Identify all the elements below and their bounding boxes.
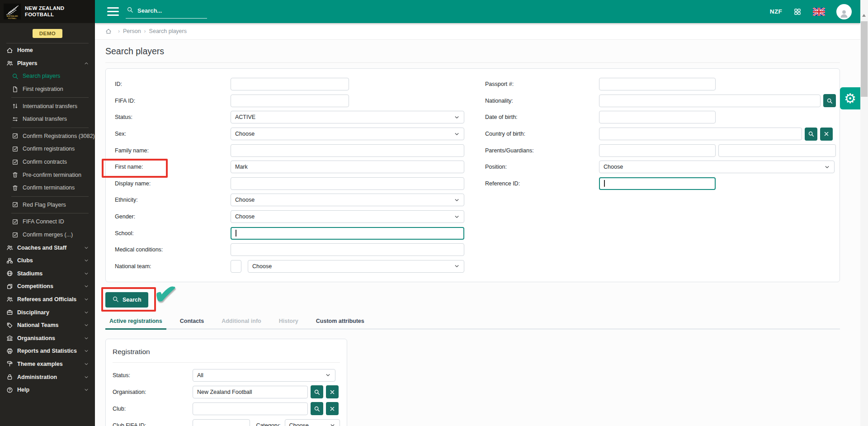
sex-select[interactable]: Choose bbox=[231, 128, 464, 140]
sidebar-item-red-flag-players[interactable]: Red Flag Players bbox=[0, 199, 95, 212]
reg-category-select[interactable]: Choose bbox=[285, 419, 340, 426]
chevron-down-icon bbox=[454, 263, 460, 269]
first-name-label: First name: bbox=[115, 164, 231, 170]
school-label: School: bbox=[115, 230, 231, 237]
sidebar-item-coaches-and-staff[interactable]: Coaches and Staff bbox=[0, 241, 95, 254]
country-of-birth-clear-button[interactable] bbox=[820, 128, 833, 141]
chevron-down-icon bbox=[454, 214, 460, 220]
reg-status-select[interactable]: All bbox=[193, 369, 335, 382]
text-caret bbox=[236, 230, 236, 237]
tab-active-registrations[interactable]: Active registrations bbox=[105, 315, 166, 330]
search-button[interactable]: Search bbox=[105, 292, 148, 308]
search-icon bbox=[12, 73, 19, 80]
sidebar-item-help[interactable]: Help bbox=[0, 383, 95, 397]
parents-guardians-input-1[interactable] bbox=[599, 144, 716, 157]
home-icon[interactable] bbox=[105, 28, 112, 34]
sidebar-item-organisations[interactable]: Organisations bbox=[0, 331, 95, 345]
nationality-input[interactable] bbox=[599, 95, 821, 107]
sidebar-item-stadiums[interactable]: Stadiums bbox=[0, 267, 95, 280]
user-avatar[interactable] bbox=[836, 4, 852, 19]
tab-history[interactable]: History bbox=[275, 315, 302, 330]
sidebar-group-divider bbox=[11, 196, 89, 197]
settings-gear-icon[interactable]: ⚙ bbox=[840, 87, 860, 109]
sidebar-item-players[interactable]: Players bbox=[0, 57, 95, 70]
fifa-id-input[interactable] bbox=[231, 95, 349, 107]
hamburger-menu-icon[interactable] bbox=[107, 7, 119, 16]
parents-guardians-input-2[interactable] bbox=[718, 144, 836, 157]
id-input[interactable] bbox=[231, 78, 349, 90]
sidebar-item-international-transfers[interactable]: International transfers bbox=[0, 99, 95, 113]
sidebar-item-theme-examples[interactable]: Theme examples bbox=[0, 358, 95, 371]
form-row-ethnicity: Ethnicity:Choose bbox=[115, 192, 475, 208]
ethnicity-select[interactable]: Choose bbox=[231, 194, 464, 206]
reg-organisation-clear-button[interactable] bbox=[326, 385, 339, 398]
sidebar-item-fifa-connect-id[interactable]: FIFA Connect ID bbox=[0, 215, 95, 228]
reference-id-label: Reference ID: bbox=[485, 180, 599, 187]
tab-contacts[interactable]: Contacts bbox=[176, 315, 208, 330]
gender-value: Choose bbox=[235, 213, 255, 220]
reg-club-input[interactable] bbox=[193, 402, 308, 415]
breadcrumb-item-person[interactable]: Person bbox=[123, 28, 141, 34]
country-of-birth-search-button[interactable] bbox=[805, 128, 817, 141]
sidebar-item-clubs[interactable]: Clubs bbox=[0, 254, 95, 267]
passport-input[interactable] bbox=[599, 78, 716, 90]
medical-conditions-input[interactable] bbox=[231, 243, 464, 256]
sidebar-item-confirm-registrations-3082[interactable]: Confirm Registrations (3082) bbox=[0, 130, 95, 143]
check-square-icon bbox=[12, 133, 19, 139]
sidebar-item-label: Confirm contracts bbox=[23, 159, 67, 165]
national-team-select[interactable]: Choose bbox=[248, 260, 464, 273]
family-name-input[interactable] bbox=[231, 144, 464, 157]
national-team-checkbox[interactable] bbox=[231, 260, 241, 273]
breadcrumb-item-search-players[interactable]: Search players bbox=[149, 28, 187, 34]
display-name-input[interactable] bbox=[231, 177, 464, 190]
reg-club-clear-button[interactable] bbox=[326, 402, 339, 415]
reg-organisation-search-button[interactable] bbox=[311, 385, 323, 398]
sidebar-item-national-teams[interactable]: National Teams bbox=[0, 319, 95, 332]
sidebar-item-confirm-merges[interactable]: Confirm merges (...) bbox=[0, 228, 95, 241]
country-of-birth-input[interactable] bbox=[599, 128, 802, 140]
global-search-input[interactable]: Search... bbox=[126, 5, 207, 19]
vertical-scrollbar[interactable] bbox=[860, 0, 868, 426]
sidebar-item-reports-and-statistics[interactable]: Reports and Statistics bbox=[0, 345, 95, 358]
chevron-down-icon bbox=[84, 387, 89, 393]
position-select[interactable]: Choose bbox=[599, 161, 835, 173]
sidebar-group-divider bbox=[11, 213, 89, 213]
reference-id-input[interactable] bbox=[599, 177, 716, 190]
form-row-id: ID: bbox=[115, 76, 475, 93]
sidebar-item-referees-and-officials[interactable]: Referees and Officials bbox=[0, 293, 95, 306]
sidebar-item-search-players[interactable]: Search players bbox=[0, 70, 95, 83]
sidebar-item-competitions[interactable]: Competitions bbox=[0, 280, 95, 293]
sidebar-item-national-transfers[interactable]: National transfers bbox=[0, 113, 95, 126]
chevron-down-icon bbox=[84, 322, 89, 328]
date-of-birth-input[interactable] bbox=[599, 111, 716, 123]
school-input[interactable] bbox=[231, 227, 464, 240]
help-icon bbox=[6, 387, 13, 393]
sidebar-item-pre-confirm-termination[interactable]: Pre-confirm termination bbox=[0, 168, 95, 181]
org-code-label[interactable]: NZF bbox=[770, 8, 782, 15]
home-icon bbox=[105, 28, 112, 34]
first-name-value: Mark bbox=[235, 164, 248, 170]
reg-club-search-button[interactable] bbox=[311, 402, 323, 415]
sidebar-item-confirm-contracts[interactable]: Confirm contracts bbox=[0, 156, 95, 169]
sidebar-item-home[interactable]: Home bbox=[0, 44, 95, 57]
apps-grid-icon[interactable] bbox=[793, 8, 802, 16]
sidebar-item-disciplinary[interactable]: Disciplinary bbox=[0, 306, 95, 319]
first-name-input[interactable]: Mark bbox=[231, 161, 464, 173]
sidebar-item-confirm-registrations[interactable]: Confirm registrations bbox=[0, 142, 95, 156]
sidebar-item-administration[interactable]: Administration bbox=[0, 370, 95, 383]
scrollbar-up-arrow-icon[interactable] bbox=[862, 14, 866, 17]
tabs-bar: Active registrationsContactsAdditional i… bbox=[105, 315, 840, 330]
tab-additional-info[interactable]: Additional info bbox=[217, 315, 265, 330]
reg-organisation-input[interactable]: New Zealand Football bbox=[193, 386, 308, 398]
page-title: Search players bbox=[105, 46, 840, 63]
gender-select[interactable]: Choose bbox=[231, 210, 464, 223]
scrollbar-thumb[interactable] bbox=[861, 21, 868, 97]
tab-custom-attributes[interactable]: Custom attributes bbox=[312, 315, 368, 330]
status-select[interactable]: ACTIVE bbox=[231, 111, 464, 123]
sidebar-item-first-registration[interactable]: First registration bbox=[0, 83, 95, 96]
uk-flag-icon[interactable] bbox=[813, 8, 825, 16]
nationality-search-button[interactable] bbox=[823, 94, 836, 107]
reg-club-fifa-id-input[interactable] bbox=[193, 419, 250, 426]
sidebar-item-confirm-terminations[interactable]: Confirm terminations bbox=[0, 181, 95, 194]
national-team-value: Choose bbox=[252, 263, 272, 270]
